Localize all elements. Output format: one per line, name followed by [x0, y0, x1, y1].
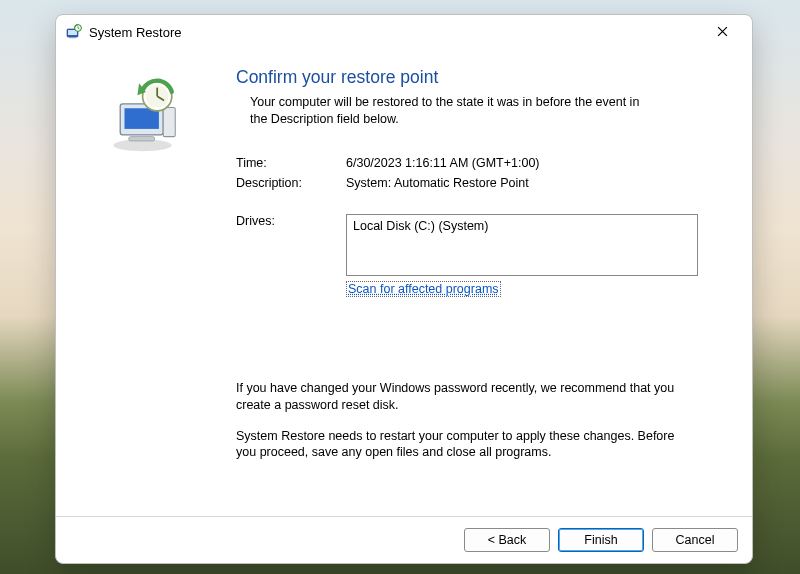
svg-rect-2 [69, 37, 76, 38]
description-row: Description: System: Automatic Restore P… [236, 176, 724, 190]
restore-illustration-icon [103, 73, 189, 162]
time-value: 6/30/2023 1:16:11 AM (GMT+1:00) [346, 156, 724, 170]
back-button[interactable]: < Back [464, 528, 550, 552]
restart-warning-note: System Restore needs to restart your com… [236, 428, 696, 462]
drives-row: Drives: Local Disk (C:) (System) [236, 214, 724, 276]
scan-affected-programs-link[interactable]: Scan for affected programs [346, 281, 501, 297]
time-row: Time: 6/30/2023 1:16:11 AM (GMT+1:00) [236, 156, 724, 170]
window-body: Confirm your restore point Your computer… [56, 49, 752, 516]
drives-listbox[interactable]: Local Disk (C:) (System) [346, 214, 698, 276]
page-heading: Confirm your restore point [236, 67, 724, 88]
svg-rect-7 [125, 108, 159, 129]
content-area: Confirm your restore point Your computer… [236, 49, 728, 516]
page-subheading: Your computer will be restored to the st… [250, 94, 660, 128]
titlebar: System Restore [56, 15, 752, 49]
footer: < Back Finish Cancel [56, 516, 752, 563]
window-title: System Restore [89, 25, 181, 40]
drives-list-item[interactable]: Local Disk (C:) (System) [353, 219, 691, 233]
finish-button[interactable]: Finish [558, 528, 644, 552]
time-label: Time: [236, 156, 346, 170]
sidebar [56, 49, 236, 516]
svg-rect-8 [129, 137, 155, 141]
description-label: Description: [236, 176, 346, 190]
close-icon [717, 25, 728, 40]
drives-label: Drives: [236, 214, 346, 276]
system-restore-window: System Restore [55, 14, 753, 564]
description-value: System: Automatic Restore Point [346, 176, 724, 190]
system-restore-icon [66, 24, 82, 40]
cancel-button[interactable]: Cancel [652, 528, 738, 552]
close-button[interactable] [700, 18, 744, 46]
password-reset-note: If you have changed your Windows passwor… [236, 380, 696, 414]
svg-rect-9 [163, 107, 175, 136]
